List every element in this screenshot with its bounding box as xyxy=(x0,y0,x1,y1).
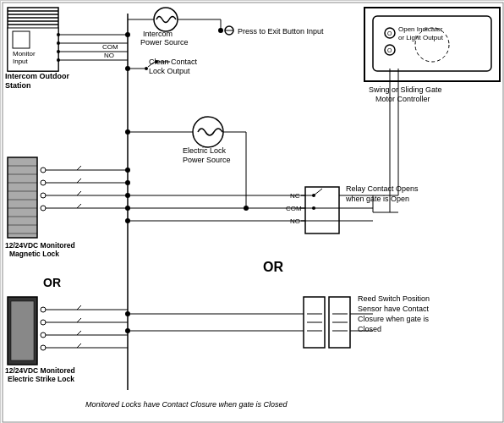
svg-point-150 xyxy=(125,180,130,185)
svg-text:or Light Output: or Light Output xyxy=(398,34,444,41)
svg-point-41 xyxy=(218,28,223,33)
svg-point-65 xyxy=(41,168,46,173)
svg-point-67 xyxy=(41,193,46,198)
svg-text:12/24VDC Monitored: 12/24VDC Monitored xyxy=(5,241,75,250)
svg-point-147 xyxy=(125,66,130,71)
svg-point-84 xyxy=(41,332,46,338)
svg-point-121 xyxy=(125,218,130,223)
svg-text:Reed Switch Position: Reed Switch Position xyxy=(358,294,430,303)
svg-text:Electric Strike Lock: Electric Strike Lock xyxy=(8,375,74,383)
svg-point-120 xyxy=(125,206,130,211)
svg-point-66 xyxy=(41,180,46,185)
svg-text:COM: COM xyxy=(102,43,118,51)
svg-text:Motor Controller: Motor Controller xyxy=(375,95,430,103)
svg-point-137 xyxy=(125,311,130,316)
svg-point-52 xyxy=(193,117,223,147)
svg-text:O: O xyxy=(387,47,392,53)
svg-text:O: O xyxy=(387,30,392,36)
svg-text:Open Indicator: Open Indicator xyxy=(398,25,443,33)
svg-text:NO: NO xyxy=(104,52,114,59)
svg-text:Power Source: Power Source xyxy=(183,156,231,164)
svg-rect-55 xyxy=(8,157,37,238)
svg-text:OR: OR xyxy=(43,276,61,289)
svg-text:Input: Input xyxy=(13,58,29,65)
svg-point-104 xyxy=(312,206,315,210)
svg-point-148 xyxy=(125,129,130,135)
wiring-diagram: Monitor Input Intercom Outdoor Station I… xyxy=(0,0,504,423)
svg-point-85 xyxy=(41,345,46,350)
svg-text:Electric Lock: Electric Lock xyxy=(183,146,227,155)
svg-point-48 xyxy=(145,67,148,70)
svg-text:Station: Station xyxy=(5,81,31,90)
svg-text:Monitor: Monitor xyxy=(13,50,36,58)
svg-text:12/24VDC Monitored: 12/24VDC Monitored xyxy=(5,366,75,375)
svg-text:Closed: Closed xyxy=(358,325,381,333)
svg-point-149 xyxy=(125,168,130,173)
svg-point-82 xyxy=(41,307,46,312)
svg-text:when gate is Open: when gate is Open xyxy=(345,195,409,203)
svg-point-18 xyxy=(154,8,178,31)
svg-text:Monitored Locks have Contact C: Monitored Locks have Contact Closure whe… xyxy=(85,400,288,409)
svg-point-146 xyxy=(125,32,130,37)
svg-point-138 xyxy=(125,328,130,333)
svg-text:Power Source: Power Source xyxy=(140,38,189,47)
svg-text:Swing or Sliding Gate: Swing or Sliding Gate xyxy=(369,85,442,94)
svg-rect-23 xyxy=(373,16,491,71)
svg-text:Relay Contact Opens: Relay Contact Opens xyxy=(346,184,419,193)
svg-point-125 xyxy=(244,206,249,211)
svg-text:Sensor have Contact: Sensor have Contact xyxy=(358,305,430,313)
svg-text:Lock Output: Lock Output xyxy=(149,67,190,75)
svg-rect-99 xyxy=(305,187,339,233)
svg-text:Press to Exit Button Input: Press to Exit Button Input xyxy=(238,27,324,36)
svg-text:Closure when gate is: Closure when gate is xyxy=(358,315,430,323)
svg-text:OR: OR xyxy=(263,260,283,274)
svg-point-119 xyxy=(125,193,130,198)
svg-rect-81 xyxy=(11,301,34,360)
svg-point-83 xyxy=(41,320,46,325)
svg-text:Intercom: Intercom xyxy=(143,30,173,38)
svg-point-50 xyxy=(155,60,158,63)
svg-text:Intercom Outdoor: Intercom Outdoor xyxy=(5,72,69,80)
svg-point-68 xyxy=(41,206,46,211)
svg-text:Magnetic Lock: Magnetic Lock xyxy=(9,250,59,258)
